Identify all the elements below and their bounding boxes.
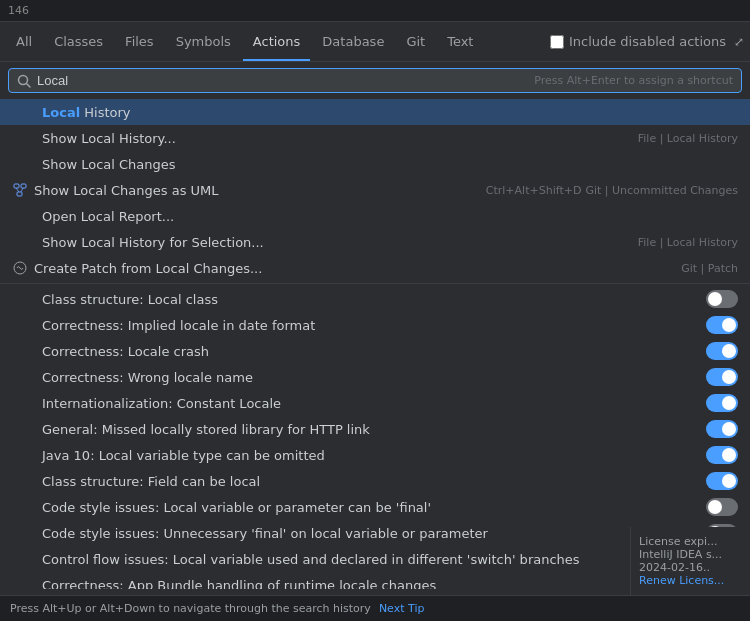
list-item[interactable]: Correctness: Locale crash [0,338,750,364]
list-item-shortcut: Git | Patch [681,262,738,275]
search-icon [17,74,31,88]
list-item-shortcut: File | Local History [638,236,738,249]
toggle-switch[interactable] [706,316,738,334]
list-item-label: Local History [42,105,738,120]
search-bar: Press Alt+Enter to assign a shortcut [0,62,750,99]
toggle-switch[interactable] [706,394,738,412]
list-item-shortcut: File | Local History [638,132,738,145]
item-icon-empty [20,291,36,307]
highlight-text: Local [42,105,80,120]
search-input[interactable] [37,73,528,88]
item-icon-empty [20,473,36,489]
toggle-switch[interactable] [706,420,738,438]
list-item[interactable]: Show Local Changes [0,151,750,177]
list-item-label: Correctness: Wrong locale name [42,370,706,385]
expand-icon[interactable]: ⤢ [734,35,744,49]
tab-all[interactable]: All [6,30,42,53]
toggle-switch[interactable] [706,446,738,464]
include-disabled-label[interactable]: Include disabled actions [550,34,726,49]
list-item-label: Internationalization: Constant Locale [42,396,706,411]
list-item-label: General: Missed locally stored library f… [42,422,706,437]
list-item[interactable]: Correctness: Implied locale in date form… [0,312,750,338]
item-icon-empty [20,156,36,172]
include-disabled-checkbox[interactable] [550,35,564,49]
item-icon-empty [20,208,36,224]
svg-line-5 [16,188,19,192]
uml-icon [12,182,28,198]
top-bar-text: 146 [8,4,29,17]
list-item[interactable]: Open Local Report... [0,203,750,229]
list-item[interactable]: Class structure: Field can be local [0,468,750,494]
list-item[interactable]: Create Patch from Local Changes...Git | … [0,255,750,281]
license-line3: 2024-02-16.. [639,561,742,574]
list-item[interactable]: Local History [0,99,750,125]
list-item-label: Correctness: Locale crash [42,344,706,359]
list-item[interactable]: Show Local Changes as UMLCtrl+Alt+Shift+… [0,177,750,203]
item-icon-empty [20,525,36,541]
list-item-label: Show Local Changes as UML [34,183,474,198]
tab-text[interactable]: Text [437,30,483,53]
list-item-label: Correctness: Implied locale in date form… [42,318,706,333]
toggle-switch[interactable] [706,368,738,386]
tab-classes[interactable]: Classes [44,30,113,53]
toggle-switch[interactable] [706,498,738,516]
svg-rect-4 [17,192,22,196]
search-input-wrapper: Press Alt+Enter to assign a shortcut [8,68,742,93]
item-icon-empty [20,104,36,120]
tab-files[interactable]: Files [115,30,164,53]
list-item[interactable]: Show Local History...File | Local Histor… [0,125,750,151]
top-bar: 146 [0,0,750,22]
license-panel: License expi... IntelliJ IDEA s... 2024-… [630,527,750,595]
list-item-label: Show Local History... [42,131,626,146]
svg-rect-3 [21,184,26,188]
list-item[interactable]: Code style issues: Local variable or par… [0,494,750,520]
list-item[interactable]: Internationalization: Constant Locale [0,390,750,416]
list-item-shortcut: Ctrl+Alt+Shift+D [486,184,582,197]
item-icon-empty [20,395,36,411]
item-icon-empty [20,343,36,359]
item-icon-empty [20,369,36,385]
renew-license-link[interactable]: Renew Licens... [639,574,742,587]
toggle-switch[interactable] [706,290,738,308]
nav-tabs: All Classes Files Symbols Actions Databa… [0,22,750,62]
tab-database[interactable]: Database [312,30,394,53]
tab-actions[interactable]: Actions [243,30,311,53]
list-item[interactable]: Class structure: Local class [0,286,750,312]
list-item-label: Open Local Report... [42,209,738,224]
list-item[interactable]: Java 10: Local variable type can be omit… [0,442,750,468]
license-line2: IntelliJ IDEA s... [639,548,742,561]
next-tip-link[interactable]: Next Tip [379,602,425,615]
include-disabled-text: Include disabled actions [569,34,726,49]
item-icon-empty [20,447,36,463]
list-item-label: Control flow issues: Local variable used… [42,552,706,567]
tab-symbols[interactable]: Symbols [166,30,241,53]
list-item-label: Show Local History for Selection... [42,235,626,250]
status-bar: Press Alt+Up or Alt+Down to navigate thr… [0,595,750,621]
list-item-label: Correctness: App Bundle handling of runt… [42,578,706,590]
item-icon-empty [20,234,36,250]
toggle-switch[interactable] [706,472,738,490]
section-divider [0,283,750,284]
item-icon-empty [20,577,36,589]
svg-line-6 [21,188,23,192]
patch-icon [12,260,28,276]
item-icon-empty [20,499,36,515]
list-item-label: Java 10: Local variable type can be omit… [42,448,706,463]
svg-rect-2 [14,184,19,188]
list-item-label: Class structure: Local class [42,292,706,307]
list-item-label: Code style issues: Unnecessary 'final' o… [42,526,706,541]
list-item-label: Class structure: Field can be local [42,474,706,489]
list-item-tag: Git | Uncommitted Changes [585,184,738,197]
tab-git[interactable]: Git [396,30,435,53]
list-item[interactable]: General: Missed locally stored library f… [0,416,750,442]
list-item[interactable]: Show Local History for Selection...File … [0,229,750,255]
item-icon-empty [20,130,36,146]
nav-right: Include disabled actions ⤢ [550,34,744,49]
toggle-switch[interactable] [706,342,738,360]
list-item[interactable]: Correctness: Wrong locale name [0,364,750,390]
results-list: Local HistoryShow Local History...File |… [0,99,750,589]
item-icon-empty [20,551,36,567]
status-hint: Press Alt+Up or Alt+Down to navigate thr… [10,602,371,615]
list-item-label: Create Patch from Local Changes... [34,261,669,276]
search-hint: Press Alt+Enter to assign a shortcut [534,74,733,87]
